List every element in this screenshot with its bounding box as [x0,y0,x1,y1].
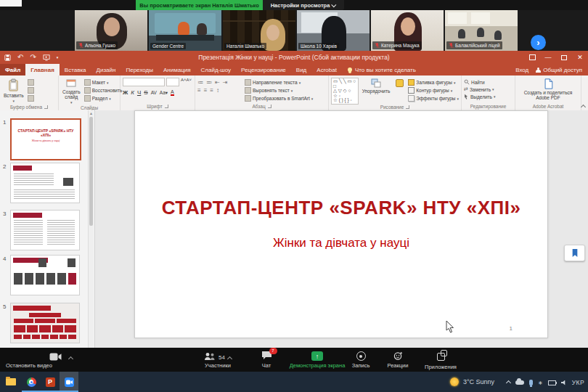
copy-button[interactable] [28,87,34,94]
tell-me-box[interactable]: Что вы хотите сделать [342,64,422,75]
indent-increase-button[interactable]: ⇥ [223,79,228,86]
slide-subtitle[interactable]: Жінки та дівчата у науці [142,236,540,250]
format-painter-button[interactable] [28,95,34,102]
text-direction-button[interactable]: Направление текста▾ [245,79,313,86]
annotation-bookmark-button[interactable] [564,245,585,261]
slide-thumbnail-4[interactable] [10,255,80,295]
slide-title[interactable]: СТАРТАП-ЦЕНТР «SPARK» НТУ «ХПІ» [142,197,540,219]
participant-video-5[interactable]: Катерина Мацука [371,10,444,51]
restore-button[interactable] [556,51,572,64]
stop-video-button[interactable]: Остановить видео [6,350,73,369]
next-participants-button[interactable]: › [531,35,546,50]
tab-transitions[interactable]: Переходы [121,64,158,75]
indent-decrease-button[interactable]: ⇤ [215,79,220,86]
shape-outline-button[interactable]: Контур фигуры▾ [408,87,459,94]
file-explorer-button[interactable] [1,372,20,392]
weather-sun-icon[interactable] [450,377,459,386]
view-settings-button[interactable]: Настройки просмотра [263,0,344,10]
numbering-button[interactable]: ≕ [206,79,212,86]
ribbon-display-options-button[interactable] [524,51,540,64]
dialog-launcher-icon[interactable] [268,105,271,108]
dialog-launcher-icon[interactable] [406,105,409,109]
strikethrough-button[interactable]: S [144,89,147,96]
zoom-app-button[interactable] [60,372,78,392]
slide-thumbnail-5[interactable] [10,303,80,343]
speaker-icon[interactable] [561,380,567,385]
battery-icon[interactable] [548,380,556,385]
dialog-launcher-icon[interactable] [44,105,48,109]
chrome-button[interactable] [22,372,41,392]
tab-animations[interactable]: Анимация [158,64,196,75]
shape-effects-button[interactable]: Эффекты фигуры▾ [408,95,459,102]
tab-review[interactable]: Рецензирование [236,64,291,75]
find-button[interactable]: Найти [464,79,496,85]
section-button[interactable]: Раздел▾ [84,95,123,102]
sign-in-button[interactable]: Вход [515,67,528,73]
weather-text[interactable]: 3°C Sunny [463,378,494,385]
tray-expand-icon[interactable] [506,380,511,385]
cut-button[interactable] [28,79,34,86]
grow-shrink-font-icons[interactable]: A˄A˅ [181,78,192,86]
mic-tray-icon[interactable] [529,380,533,385]
line-spacing-button[interactable]: ↕ [216,87,219,94]
participant-video-2[interactable]: Gender Centre [149,10,221,51]
tab-home[interactable]: Главная [25,64,60,75]
tab-insert[interactable]: Вставка [60,64,91,75]
align-right-button[interactable]: ≡ [210,87,213,94]
smartart-button[interactable]: Преобразовать в SmartArt▾ [245,95,313,102]
participants-button[interactable]: 54 Участники [192,350,243,369]
apps-button[interactable]: Приложения [418,350,463,370]
change-case-button[interactable]: Aa▾ [160,90,168,96]
bluetooth-icon[interactable]: ∗ [538,380,543,386]
slide-thumbnail-3[interactable] [10,210,80,250]
align-center-button[interactable]: ≡ [204,87,208,94]
participant-video-6[interactable]: Балаклійський ліцей [445,10,518,51]
tab-slideshow[interactable]: Слайд-шоу [196,64,236,75]
tab-file[interactable]: Файл [0,64,25,75]
scrollbar-thumb[interactable] [89,117,93,226]
new-slide-button[interactable]: Создать слайд ▾ [61,78,82,105]
language-indicator[interactable]: УКР [572,379,585,386]
arrange-button[interactable]: Упорядочить [361,78,392,105]
minimize-button[interactable]: — [540,51,556,64]
slide-thumbnail-1[interactable]: СТАРТАП-ЦЕНТР «SPARK» НТУ «ХПІ» Жінки та… [10,118,81,160]
powerpoint-button[interactable]: P [41,372,60,392]
dialog-launcher-icon[interactable] [165,105,168,108]
participant-video-3[interactable]: Наталія Шматько [223,10,295,51]
record-button[interactable]: Запись [344,350,377,369]
font-size-combobox[interactable] [166,78,179,86]
slide-thumbnail-2[interactable] [10,163,80,203]
scroll-up-icon[interactable]: ▲ [89,110,94,116]
shape-fill-button[interactable]: Заливка фигуры▾ [408,79,459,86]
chat-button[interactable]: 7 Чат [250,350,283,369]
select-button[interactable]: Выделить▾ [464,94,496,99]
participant-video-1[interactable]: Альона Гушко [75,10,147,51]
create-pdf-button[interactable]: Создать и поделиться Adobe PDF [518,78,578,102]
font-name-combobox[interactable] [123,78,165,86]
collapse-ribbon-icon[interactable] [581,105,586,110]
shapes-gallery[interactable]: ▭ ╲ ╲ ▭ ○ □ △ ▽ ◇ ○ ☆ ◦ ☆ ( ) { } ◦ [331,78,359,105]
tab-view[interactable]: Вид [291,64,311,75]
chevron-up-icon[interactable] [227,356,232,362]
char-spacing-button[interactable]: AV [151,90,157,95]
replace-button[interactable]: ⇄Заменить▾ [464,86,496,92]
layout-button[interactable]: Макет▾ [84,79,123,86]
paste-button[interactable]: Вставить ▾ [2,78,25,104]
tab-acrobat[interactable]: Acrobat [311,64,342,75]
share-button[interactable]: Общий доступ [536,67,582,73]
bold-button[interactable]: Ж [123,89,128,96]
participant-video-4[interactable]: Школа 10 Харків [297,10,369,51]
underline-button[interactable]: Ч [137,89,141,96]
italic-button[interactable]: К [131,89,134,96]
align-left-button[interactable]: ≡ [197,87,201,94]
quick-styles-button[interactable] [393,78,406,105]
close-button[interactable]: ✕ [572,51,588,64]
current-slide[interactable]: СТАРТАП-ЦЕНТР «SPARK» НТУ «ХПІ» Жінки та… [134,110,548,338]
thumbnail-scrollbar[interactable]: ▲ [88,110,94,348]
share-screen-button[interactable]: ↑ Демонстрация экрана [287,350,348,369]
chevron-up-icon[interactable] [68,356,73,362]
bullets-button[interactable]: ≔ [197,79,203,86]
onedrive-icon[interactable] [515,380,524,385]
reset-button[interactable]: Восстановить [84,87,123,94]
reactions-button[interactable]: Реакции [380,350,416,369]
